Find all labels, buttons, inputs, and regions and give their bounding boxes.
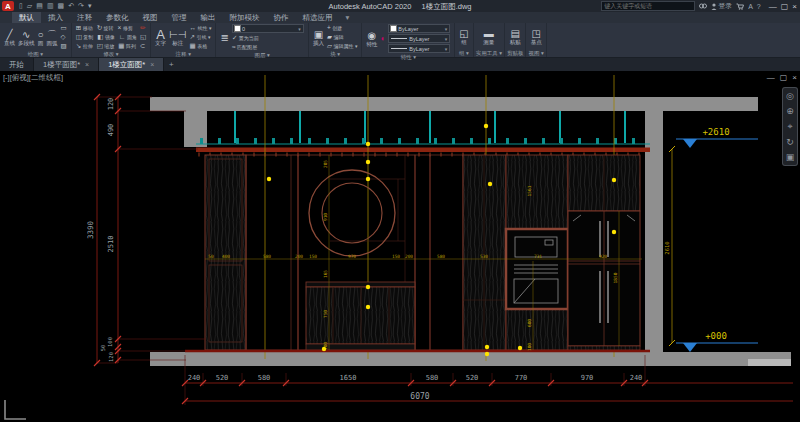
doc-close-button[interactable]: × [792, 73, 797, 82]
panel-block: ▣插入 +创建 ▰编辑 ▱编辑属性 ▾ 块 ▾ [309, 23, 363, 57]
quick-access-toolbar: ▯ ▱ ▤ ▥ ▩ ↶ ↷ ▾ [17, 2, 93, 10]
tab-parametric[interactable]: 参数化 [99, 12, 136, 23]
stretch-tool[interactable]: ↘拉伸 [76, 42, 93, 50]
help-search-input[interactable] [601, 1, 695, 11]
tab-collaborate[interactable]: 协作 [267, 12, 296, 23]
panel-clipboard-label[interactable]: 剪贴板 [505, 50, 526, 57]
color-wheel-icon[interactable]: ◐ [380, 34, 385, 43]
tab-annotate[interactable]: 注释 [70, 12, 99, 23]
circle-tool[interactable]: ○圆 [38, 29, 44, 46]
group-tool[interactable]: ◱组 [459, 28, 468, 45]
doc-restore-button[interactable]: ▢ [780, 73, 788, 82]
properties-tool[interactable]: ◉特性 [366, 30, 377, 47]
lineweight-dropdown[interactable]: ByLayer▾ [388, 34, 450, 43]
showmotion-icon[interactable]: ▣ [786, 152, 795, 162]
insert-block-tool[interactable]: ▣插入 [313, 29, 324, 46]
panel-properties-label[interactable]: 特性 ▾ [362, 54, 454, 61]
app-store-cart-icon[interactable] [736, 3, 744, 10]
open-file-icon[interactable]: ▱ [27, 2, 32, 10]
close-tab-icon[interactable]: × [150, 61, 154, 68]
navigation-wheel-icon[interactable]: ◎ [786, 91, 794, 101]
panel-view-label[interactable]: 视图 ▾ [526, 50, 545, 57]
drawing-canvas[interactable]: [-][俯视][二维线框] — ▢ × ◎ ⊕ ⌖ ↻ ▣ [0, 71, 800, 422]
tab-featured-apps[interactable]: 精选应用 [296, 12, 340, 23]
file-tab-start[interactable]: 开始 [0, 58, 34, 71]
edit-block-tool[interactable]: ▰编辑 [327, 33, 358, 41]
create-block-tool[interactable]: +创建 [327, 24, 358, 32]
tab-view[interactable]: 视图 [136, 12, 165, 23]
polyline-tool[interactable]: ∿多段线 [18, 29, 35, 46]
layer-dropdown[interactable]: 0 ▾ [232, 24, 304, 33]
orbit-icon[interactable]: ↻ [786, 137, 794, 147]
plot-icon[interactable]: ▩ [58, 2, 65, 10]
close-tab-icon[interactable]: × [85, 61, 89, 68]
erase-tool[interactable]: ✏ [140, 24, 146, 32]
autodesk-a360-icon[interactable]: A [748, 3, 753, 10]
base-view-tool[interactable]: ◳基点 [531, 28, 542, 45]
dim-label: 1850 [613, 272, 618, 283]
paste-tool[interactable]: ▤粘贴 [510, 28, 521, 45]
ribbon-display-toggle-icon[interactable]: ▾ [340, 12, 356, 23]
rectangle-tool[interactable]: ▭ [61, 24, 67, 32]
restore-button[interactable]: ▢ [781, 2, 789, 11]
minimize-button[interactable]: — [769, 2, 777, 11]
edit-attributes-icon: ▱ [327, 42, 332, 50]
file-tab-plan[interactable]: 1楼平面图*× [34, 58, 99, 71]
doc-minimize-button[interactable]: — [767, 73, 775, 82]
arc-tool[interactable]: ⌒圆弧 [47, 29, 58, 46]
array-tool[interactable]: ▦阵列 [118, 42, 136, 50]
table-icon: ▦ [189, 42, 195, 50]
viewport-controls-label[interactable]: [-][俯视][二维线框] [3, 73, 63, 83]
ellipse-tool[interactable]: ◇ [61, 33, 67, 41]
make-current-tool[interactable]: ✓置为当前 [232, 34, 304, 42]
explode-tool[interactable]: ◱ [140, 33, 146, 41]
panel-utilities-label[interactable]: 实用工具 ▾ [474, 50, 504, 57]
fillet-tool[interactable]: ∟圆角 [119, 33, 137, 41]
text-tool[interactable]: A文字 [155, 29, 166, 46]
file-tab-elevation[interactable]: 1楼立面图*× [99, 58, 164, 71]
copy-tool[interactable]: ◫复制 [76, 33, 94, 41]
scale-tool[interactable]: ◰缩放 [97, 42, 115, 50]
measure-tool[interactable]: ▬测量 [483, 28, 494, 45]
tab-output[interactable]: 输出 [194, 12, 223, 23]
linear-dim-tool[interactable]: ↔线性 ▾ [189, 24, 211, 32]
table-tool[interactable]: ▦表格 [189, 42, 211, 50]
line-tool[interactable]: ╱直线 [4, 29, 15, 46]
tab-home[interactable]: 默认 [12, 12, 41, 23]
object-color-dropdown[interactable]: ByLayer▾ [388, 24, 450, 33]
mirror-tool[interactable]: ◧镜像 [97, 33, 115, 41]
array-icon: ▦ [118, 42, 124, 50]
qat-dropdown-icon[interactable]: ▾ [88, 2, 92, 10]
edit-attributes-tool[interactable]: ▱编辑属性 ▾ [327, 42, 358, 50]
layer-properties-tool[interactable]: ≣ [220, 32, 228, 43]
panel-block-label[interactable]: 块 ▾ [309, 51, 362, 58]
dimension-tool[interactable]: ⊢⊣标注 [169, 29, 186, 46]
linetype-dropdown[interactable]: ByLayer▾ [388, 44, 450, 53]
help-icon[interactable]: ? [757, 3, 761, 10]
hatch-tool[interactable]: ▨ [61, 42, 67, 50]
redo-icon[interactable]: ↷ [78, 2, 84, 10]
panel-layers-label[interactable]: 图层 ▾ [216, 52, 307, 59]
pan-icon[interactable]: ⊕ [786, 106, 794, 116]
offset-tool[interactable]: ⊂ [140, 42, 146, 50]
search-binoculars-icon[interactable] [699, 3, 707, 9]
zoom-icon[interactable]: ⌖ [787, 121, 792, 132]
undo-icon[interactable]: ↶ [68, 2, 74, 10]
autocad-logo-icon[interactable]: A [2, 1, 14, 11]
rotate-tool[interactable]: ↻旋转 [97, 24, 114, 32]
save-as-icon[interactable]: ▥ [47, 2, 54, 10]
tab-addins[interactable]: 附加模块 [223, 12, 267, 23]
trim-tool[interactable]: ×修剪 [118, 24, 133, 32]
save-icon[interactable]: ▤ [36, 2, 43, 10]
dim-label: 120 [107, 98, 115, 111]
tab-insert[interactable]: 插入 [41, 12, 70, 23]
new-file-icon[interactable]: ▯ [19, 2, 23, 10]
tab-manage[interactable]: 管理 [165, 12, 194, 23]
sign-in-button[interactable]: 登录 [711, 1, 732, 11]
new-tab-button[interactable]: + [164, 58, 178, 71]
leader-tool[interactable]: ↗引线 ▾ [189, 33, 211, 41]
close-button[interactable]: × [792, 2, 797, 11]
match-layer-tool[interactable]: ≈匹配图层 [232, 43, 304, 51]
panel-groups-label[interactable]: 组 ▾ [455, 50, 472, 57]
move-tool[interactable]: ⊞移动 [76, 24, 93, 32]
